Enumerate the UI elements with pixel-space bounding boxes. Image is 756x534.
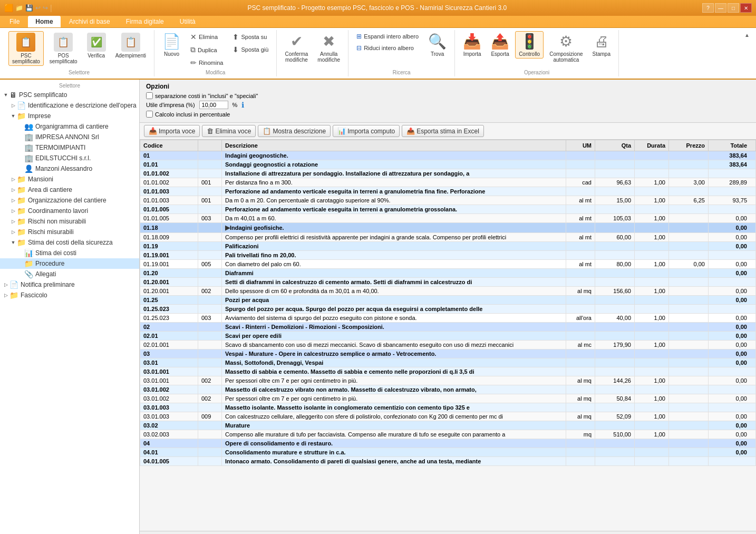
table-row[interactable]: 04.01.005 Intonaco armato. Consolidament…	[140, 457, 756, 466]
table-row[interactable]: 01.01.005 003 Da m 40,01 a m 60. al mt 1…	[140, 214, 756, 223]
table-row[interactable]: 01.25.023 Spurgo del pozzo per acqua. Sp…	[140, 305, 756, 314]
table-row[interactable]: 02 Scavi - Rinterri - Demolizioni - Rimo…	[140, 323, 756, 332]
table-row[interactable]: 01.19.001 005 Con diametro del palo cm 6…	[140, 260, 756, 269]
table-row[interactable]: 03.01.002 Massetto di calcestruzzo vibra…	[140, 385, 756, 394]
maximize-button[interactable]: □	[728, 3, 739, 13]
tree-item-termoimpianti[interactable]: 🏢 TERMOIMPIANTI	[0, 142, 139, 153]
tree-item-stima[interactable]: ▼ 📁 Stima dei costi della sicurezza	[0, 237, 139, 248]
table-row[interactable]: 03.01.003 009 Con calcestruzzo cellulare…	[140, 412, 756, 421]
close-button[interactable]: ✕	[740, 3, 752, 13]
tree-item-imprese[interactable]: ▼ 📁 Imprese	[0, 111, 139, 121]
table-row[interactable]: 01.01.003 Perforazione ad andamento vert…	[140, 187, 756, 196]
tree-item-id-desc[interactable]: ▷ 📄 Identificazione e descrizione dell'o…	[0, 100, 139, 111]
table-row[interactable]: 03.02.003 Compenso alle murature di tufo…	[140, 430, 756, 439]
table-row[interactable]: 03.01.001 Massetto di sabbia e cemento. …	[140, 367, 756, 376]
table-row[interactable]: 01.25 Pozzi per acqua 0,00	[140, 296, 756, 305]
table-row[interactable]: 01 Indagini geognostiche. 383,64	[140, 151, 756, 160]
tree-item-coord[interactable]: ▷ 📁 Coordinamento lavori	[0, 206, 139, 216]
ribbon-btn-nuovo[interactable]: 📄 Nuovo	[159, 31, 185, 59]
ribbon-btn-verifica[interactable]: ✅ Verifica	[83, 31, 110, 60]
table-row[interactable]: 02.01.001 Scavo di sbancamento con uso d…	[140, 341, 756, 349]
ribbon-btn-conferma[interactable]: ✔ Confermamodifiche	[281, 31, 312, 64]
table-row[interactable]: 04.01 Consolidamento murature e struttur…	[140, 448, 756, 457]
tree-item-area[interactable]: ▷ 📁 Area di cantiere	[0, 185, 139, 195]
tree-item-procedure[interactable]: 📁 Procedure	[0, 258, 139, 269]
ribbon-btn-trova[interactable]: 🔍 Trova	[424, 31, 450, 59]
table-row[interactable]: 01.20 Diaframmi 0,00	[140, 269, 756, 278]
table-row[interactable]: 01.01 Sondaggi geognostici a rotazione 3…	[140, 160, 756, 169]
undo-icon[interactable]: ↩	[35, 4, 41, 12]
tree-item-manzoni[interactable]: 👤 Manzoni Alessandro	[0, 163, 139, 174]
ribbon-btn-annulla[interactable]: ✖ Annullamodifiche	[314, 31, 344, 64]
ribbon-btn-psc[interactable]: 📋 PSCsemplificato	[8, 31, 44, 66]
table-row[interactable]: 01.18 ▶Indagini geofisiche. 0,00	[140, 223, 756, 233]
ribbon-btn-riduci[interactable]: ⊟ Riduci intero albero	[353, 43, 422, 53]
tab-file[interactable]: File	[2, 16, 27, 27]
tree-item-rischi-mis[interactable]: ▷ 📁 Rischi misurabili	[0, 227, 139, 237]
utile-input[interactable]	[199, 101, 228, 109]
ribbon-btn-duplica[interactable]: ⧉ Duplica	[187, 44, 227, 56]
ribbon-btn-pos[interactable]: 📋 POSsemplificato	[46, 31, 81, 66]
table-row[interactable]: 01.19 Palificazioni 0,00	[140, 242, 756, 251]
table-row[interactable]: 01.01.005 Perforazione ad andamento vert…	[140, 205, 756, 214]
tab-firma[interactable]: Firma digitale	[119, 16, 171, 27]
table-row[interactable]: 01.01.003 001 Da m 0 a m 20. Con percent…	[140, 196, 756, 205]
tree-item-psc[interactable]: ▼ 🖥 PSC semplificato	[0, 90, 139, 100]
ribbon-btn-elimina[interactable]: ✕ Elimina	[187, 31, 227, 43]
table-row[interactable]: 03 Vespai - Murature - Opere in calcestr…	[140, 349, 756, 358]
table-row[interactable]: 02.01 Scavi per opere edili 0,00	[140, 332, 756, 341]
tree-item-org-cantiere[interactable]: 👥 Organigramma di cantiere	[0, 121, 139, 132]
tree-item-annoni[interactable]: 🏢 IMPRESA ANNONI Srl	[0, 132, 139, 142]
table-row[interactable]: 03.01.003 Massetto isolante. Massetto is…	[140, 403, 756, 412]
calcolo-inclusi-checkbox[interactable]	[146, 111, 153, 118]
tab-home[interactable]: Home	[28, 16, 60, 27]
tree-item-notifica[interactable]: ▷ 📄 Notifica preliminare	[0, 279, 139, 290]
sep-costi-checkbox[interactable]	[146, 92, 153, 99]
table-row[interactable]: 01.25.023 003 Avviamento del sistema di …	[140, 314, 756, 323]
table-row[interactable]: 03.02 Murature 0,00	[140, 421, 756, 430]
importa-voce-btn[interactable]: 📥 Importa voce	[144, 125, 200, 137]
ribbon-btn-sposta-giu[interactable]: ⬇ Sposta giù	[229, 44, 272, 55]
tree-item-stima-costi[interactable]: 📊 Stima dei costi	[0, 248, 139, 258]
info-icon[interactable]: ℹ	[241, 101, 244, 109]
table-row[interactable]: 01.20.001 Setti di diaframmi in calcestr…	[140, 278, 756, 287]
table-row[interactable]: 01.01.002 Installazione di attrezzatura …	[140, 169, 756, 178]
redo-icon[interactable]: ↪	[43, 4, 48, 12]
tree-item-org-lavori[interactable]: ▷ 📁 Organizzazione del cantiere	[0, 195, 139, 206]
save-icon-title[interactable]: 💾	[25, 4, 33, 12]
mostra-desc-btn[interactable]: 📋 Mostra descrizione	[258, 125, 331, 137]
table-row[interactable]: 01.18.009 Compenso per profili elettrici…	[140, 233, 756, 242]
help-button[interactable]: ?	[702, 3, 714, 13]
table-row[interactable]: 01.19.001 Pali trivellati fino m 20,00.	[140, 251, 756, 260]
table-row[interactable]: 03.01.001 002 Per spessori oltre cm 7 e …	[140, 376, 756, 385]
ribbon-btn-controllo[interactable]: 🚦 Controllo	[515, 31, 544, 59]
table-row[interactable]: 01.01.002 001 Per distanza fino a m 300.…	[140, 178, 756, 187]
ribbon-btn-stampa[interactable]: 🖨 Stampa	[589, 31, 614, 59]
open-icon[interactable]: 📁	[15, 4, 23, 12]
esporta-excel-btn[interactable]: 📤 Esporta stima in Excel	[402, 125, 484, 137]
tree-item-rischi-non[interactable]: ▷ 📁 Rischi non misurabili	[0, 216, 139, 227]
tree-item-edilstucchi[interactable]: 🏢 EDILSTUCCHI s.r.l.	[0, 153, 139, 163]
elimina-voce-btn[interactable]: 🗑 Elimina voce	[202, 125, 256, 137]
table-container[interactable]: Codice Descrizione UM Qta Durata Prezzo …	[140, 140, 756, 531]
table-row[interactable]: 03.01 Massi, Sottofondi, Drenaggi, Vespa…	[140, 358, 756, 367]
tree-item-mansioni[interactable]: ▷ 📁 Mansioni	[0, 174, 139, 185]
tree-item-allegati[interactable]: 📎 Allegati	[0, 269, 139, 279]
tab-archivi[interactable]: Archivi di base	[62, 16, 118, 27]
table-row[interactable]: 04 Opere di consolidamento e di restauro…	[140, 439, 756, 448]
ribbon-btn-espandi[interactable]: ⊞ Espandi intero albero	[353, 31, 422, 42]
ribbon-btn-sposta-su[interactable]: ⬆ Sposta su	[229, 31, 272, 43]
ribbon-btn-adempimenti[interactable]: 📋 Adempimenti	[112, 31, 150, 60]
window-controls[interactable]: ? — □ ✕	[702, 3, 752, 13]
minimize-button[interactable]: —	[715, 3, 726, 13]
ribbon-collapse[interactable]: ▲	[742, 30, 752, 76]
ribbon-btn-esporta[interactable]: 📤 Esporta	[487, 31, 513, 59]
tree-item-fascicolo[interactable]: ▷ 📁 Fascicolo	[0, 290, 139, 300]
ribbon-btn-rinomina[interactable]: ✏ Rinomina	[187, 57, 227, 69]
table-row[interactable]: 01.20.001 002 Dello spessore di cm 60 e …	[140, 287, 756, 296]
ribbon-btn-importa[interactable]: 📥 Importa	[459, 31, 485, 59]
importa-computo-btn[interactable]: 📊 Importa computo	[333, 125, 400, 137]
tab-utilita[interactable]: Utilità	[172, 16, 203, 27]
table-row[interactable]: 03.01.002 002 Per spessori oltre cm 7 e …	[140, 394, 756, 403]
ribbon-btn-composizione[interactable]: ⚙ Composizioneautomatica	[546, 31, 586, 64]
